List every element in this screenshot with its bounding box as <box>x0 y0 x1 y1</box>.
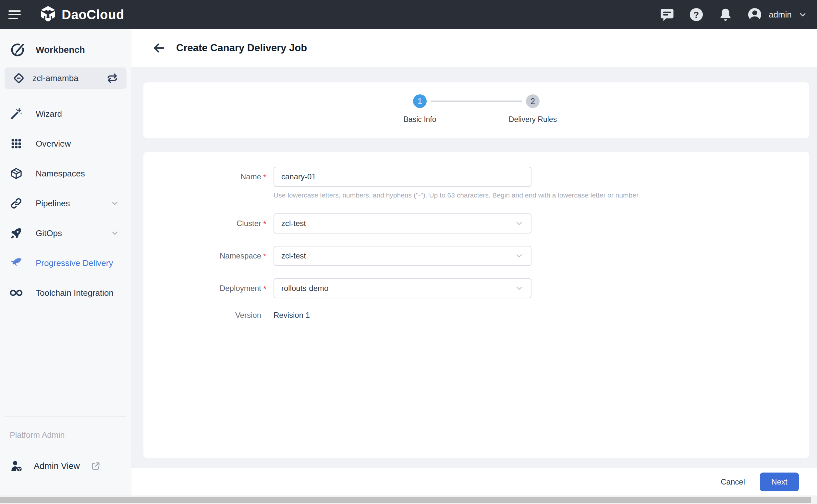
name-help-text: Use lowercase letters, numbers, and hyph… <box>273 191 809 199</box>
name-input-value: canary-01 <box>281 172 316 181</box>
deployment-label: Deployment <box>143 284 261 293</box>
chevron-down-icon <box>110 199 119 208</box>
sidebar-item-label: GitOps <box>36 228 97 238</box>
sidebar-item-toolchain-integration[interactable]: Toolchain Integration <box>0 278 131 308</box>
chevron-down-icon <box>515 219 524 228</box>
cluster-select[interactable]: zcl-test <box>273 213 532 234</box>
sidebar-nav: Wizard Overview Namespaces Pipelines Git… <box>0 99 131 308</box>
cluster-row: Cluster * zcl-test <box>143 213 809 234</box>
bird-icon <box>10 257 23 270</box>
namespace-row: Namespace * zcl-test <box>143 246 809 266</box>
step-2-label: Delivery Rules <box>509 115 557 124</box>
deployment-select[interactable]: rollouts-demo <box>273 278 532 298</box>
brand[interactable]: DaoCloud <box>40 6 124 24</box>
chevron-down-icon <box>515 284 524 293</box>
username: admin <box>769 10 792 20</box>
sidebar-item-label: Namespaces <box>36 169 119 179</box>
step-2-circle: 2 <box>526 94 540 108</box>
pipeline-icon <box>10 197 23 210</box>
footer-actions: Cancel Next <box>131 468 817 496</box>
required-mark: * <box>261 251 268 261</box>
deployment-row: Deployment * rollouts-demo <box>143 278 809 298</box>
workbench-label: Workbench <box>36 45 85 55</box>
topbar: DaoCloud ? <box>0 0 817 29</box>
horizontal-scrollbar[interactable] <box>0 496 817 504</box>
stepper: 1 2 Basic Info Delivery Rules <box>413 94 540 126</box>
required-mark: * <box>261 218 268 229</box>
namespace-select-value: zcl-test <box>281 251 306 260</box>
sidebar-item-label: Wizard <box>36 109 119 119</box>
wand-icon <box>10 107 23 120</box>
topbar-actions: ? admin <box>660 7 807 22</box>
namespace-select[interactable]: zcl-test <box>273 246 532 266</box>
rocket-icon <box>10 227 23 240</box>
sidebar-item-admin-view[interactable]: Admin View <box>0 440 131 473</box>
avatar <box>747 7 762 22</box>
swap-icon[interactable] <box>106 72 118 84</box>
cluster-label: Cluster <box>143 219 261 228</box>
version-row: Version Revision 1 <box>143 311 809 320</box>
cluster-select-value: zcl-test <box>281 219 306 228</box>
message-icon[interactable] <box>660 7 675 22</box>
namespace-label: Namespace <box>143 251 261 260</box>
sidebar-item-overview[interactable]: Overview <box>0 129 131 159</box>
name-row: Name * canary-01 <box>143 167 809 187</box>
sidebar-item-label: Toolchain Integration <box>36 288 119 298</box>
infinity-icon <box>10 286 23 299</box>
external-link-icon <box>91 461 101 471</box>
sidebar-item-gitops[interactable]: GitOps <box>0 218 131 248</box>
sidebar-item-label: Progressive Delivery <box>36 258 119 268</box>
help-icon[interactable]: ? <box>689 7 704 22</box>
cancel-button[interactable]: Cancel <box>712 474 753 490</box>
brand-name: DaoCloud <box>62 7 124 22</box>
svg-text:?: ? <box>694 10 699 20</box>
page-title: Create Canary Delivery Job <box>176 42 307 54</box>
form-card: Name * canary-01 Use lowercase letters, … <box>143 152 809 458</box>
grid-icon <box>10 137 23 150</box>
chevron-down-icon <box>515 251 524 260</box>
user-menu[interactable]: admin <box>747 7 807 22</box>
step-connector <box>431 101 522 102</box>
chevron-down-icon <box>798 10 807 19</box>
sidebar-item-progressive-delivery[interactable]: Progressive Delivery <box>0 248 131 278</box>
sidebar-item-label: Pipelines <box>36 198 97 209</box>
sidebar-header-workbench[interactable]: Workbench <box>0 29 131 67</box>
required-mark: * <box>261 172 268 182</box>
workspace-box-icon <box>13 72 25 84</box>
workbench-icon <box>10 42 25 58</box>
sidebar-divider <box>5 97 126 97</box>
deployment-select-value: rollouts-demo <box>281 284 328 293</box>
version-value: Revision 1 <box>273 311 310 320</box>
step-1-circle: 1 <box>413 94 427 108</box>
sidebar-item-wizard[interactable]: Wizard <box>0 99 131 129</box>
sidebar-item-pipelines[interactable]: Pipelines <box>0 188 131 218</box>
sidebar-item-label: Overview <box>36 139 119 149</box>
person-cube-icon <box>10 459 23 473</box>
sidebar: Workbench zcl-amamba Wizard <box>0 29 131 496</box>
sidebar-item-namespaces[interactable]: Namespaces <box>0 159 131 188</box>
admin-view-label: Admin View <box>34 461 80 471</box>
workspace-selector[interactable]: zcl-amamba <box>5 67 126 89</box>
hamburger-menu-icon[interactable] <box>8 10 21 19</box>
back-arrow-icon[interactable] <box>152 41 166 55</box>
workspace-name: zcl-amamba <box>32 73 99 83</box>
chevron-down-icon <box>110 229 119 238</box>
platform-admin-section-label: Platform Admin <box>0 417 131 440</box>
next-button[interactable]: Next <box>760 473 799 491</box>
sidebar-bottom: Platform Admin Admin View <box>0 416 131 496</box>
bell-icon[interactable] <box>718 7 733 22</box>
main-area: Create Canary Delivery Job 1 2 Basic Inf… <box>131 29 817 496</box>
stepper-card: 1 2 Basic Info Delivery Rules <box>143 82 809 138</box>
titlebar: Create Canary Delivery Job <box>131 29 817 67</box>
required-mark: * <box>261 283 268 294</box>
daocloud-logo-icon <box>40 6 56 24</box>
scrollbar-thumb[interactable] <box>0 497 811 503</box>
version-label: Version <box>143 311 261 320</box>
cube-icon <box>10 167 23 180</box>
content: 1 2 Basic Info Delivery Rules Name * <box>131 67 817 468</box>
name-input[interactable]: canary-01 <box>273 167 532 187</box>
step-1-label: Basic Info <box>403 115 437 124</box>
name-label: Name <box>143 172 261 181</box>
